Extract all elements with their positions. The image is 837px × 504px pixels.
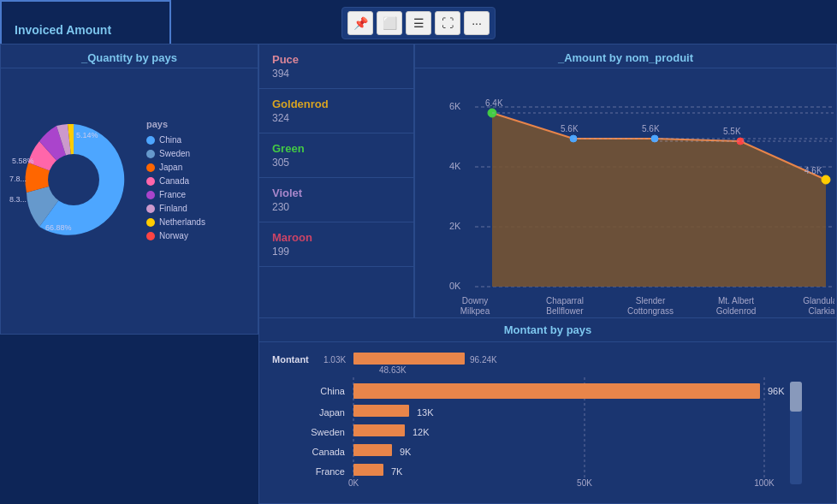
svg-text:4.6K: 4.6K <box>804 166 822 175</box>
legend-dot-netherlands <box>146 218 155 227</box>
pie-label-japan: 7.8... <box>9 175 27 183</box>
legend-france: France <box>146 190 205 199</box>
svg-text:0K: 0K <box>348 478 359 488</box>
svg-text:Montant: Montant <box>272 354 309 365</box>
toolbar: 📌 ⬜ ☰ ⛶ ··· <box>341 7 496 39</box>
svg-text:6K: 6K <box>449 101 461 111</box>
svg-text:France: France <box>316 466 345 477</box>
legend-dot-finland <box>146 205 155 213</box>
svg-text:48.63K: 48.63K <box>379 365 407 375</box>
svg-text:96K: 96K <box>768 386 785 396</box>
color-name-puce: Puce <box>272 53 401 66</box>
pie-label-sweden: 8.3... <box>9 195 27 204</box>
svg-text:Clarkia: Clarkia <box>808 306 834 316</box>
legend-dot-japan <box>146 163 155 172</box>
pie-label-china: 66.88% <box>45 223 72 232</box>
svg-text:Canada: Canada <box>312 447 345 457</box>
color-val-green: 305 <box>272 157 401 169</box>
svg-text:Downy: Downy <box>462 296 489 305</box>
color-item-maroon: Maroon 199 <box>259 222 413 267</box>
color-item-puce: Puce 394 <box>259 44 413 89</box>
legend-label-norway: Norway <box>159 231 188 240</box>
legend-netherlands: Netherlands <box>146 217 205 227</box>
svg-text:2K: 2K <box>449 221 461 231</box>
svg-text:96.24K: 96.24K <box>470 355 497 365</box>
amount-panel: _Amount by nom_produit 6K 4K 2K 0K 6.4K <box>414 44 837 335</box>
color-list-panel[interactable]: Puce 394 Goldenrod 324 Green 305 Violet … <box>258 44 414 335</box>
filter-button[interactable]: ☰ <box>406 11 431 35</box>
svg-rect-45 <box>353 405 409 417</box>
color-name-green: Green <box>272 142 401 155</box>
svg-text:Bellflower: Bellflower <box>546 306 584 316</box>
montant-title: Montant by pays <box>259 318 836 342</box>
svg-text:China: China <box>320 386 346 396</box>
svg-text:12K: 12K <box>413 427 430 437</box>
montant-chart: Montant 1.03K 96.24K 48.63K China 96K Ja… <box>259 342 836 492</box>
color-name-goldenrod: Goldenrod <box>272 98 401 110</box>
svg-rect-51 <box>353 444 392 456</box>
svg-text:5.6K: 5.6K <box>642 124 660 133</box>
color-val-goldenrod: 324 <box>272 112 401 124</box>
svg-text:Sweden: Sweden <box>311 427 345 437</box>
svg-text:Goldenrod: Goldenrod <box>716 306 757 316</box>
legend-label-france: France <box>159 190 186 199</box>
svg-text:Mt. Albert: Mt. Albert <box>718 296 754 305</box>
svg-text:Japan: Japan <box>319 407 345 418</box>
svg-text:Milkpea: Milkpea <box>460 306 490 316</box>
legend-norway: Norway <box>146 231 205 240</box>
svg-text:13K: 13K <box>417 407 434 418</box>
pie-area: 5.14% 5.58% 7.8... 8.3... 66.88% pays Ch… <box>1 68 258 291</box>
svg-text:0K: 0K <box>449 281 461 291</box>
color-val-maroon: 199 <box>272 246 401 258</box>
svg-text:Cottongrass: Cottongrass <box>627 306 674 316</box>
legend-title: pays <box>146 119 205 129</box>
svg-text:5.6K: 5.6K <box>561 124 579 133</box>
svg-text:4K: 4K <box>449 161 461 171</box>
legend-dot-sweden <box>146 150 155 158</box>
pie-label-france: 5.14% <box>76 131 98 139</box>
quantity-title: _Quantity by pays <box>1 44 258 68</box>
svg-text:9K: 9K <box>400 447 412 457</box>
color-name-maroon: Maroon <box>272 231 401 244</box>
svg-rect-35 <box>353 353 465 365</box>
pin-button[interactable]: 📌 <box>347 11 373 35</box>
focus-button[interactable]: ⛶ <box>435 11 460 35</box>
color-item-goldenrod: Goldenrod 324 <box>259 89 413 133</box>
svg-text:Slender: Slender <box>636 296 666 305</box>
color-val-violet: 230 <box>272 201 401 213</box>
color-item-violet: Violet 230 <box>259 178 413 222</box>
legend-dot-canada <box>146 177 155 186</box>
legend-finland: Finland <box>146 204 205 213</box>
svg-text:50K: 50K <box>577 478 592 488</box>
legend-label-sweden: Sweden <box>159 149 190 158</box>
legend-dot-china <box>146 136 155 145</box>
color-val-puce: 394 <box>272 68 401 80</box>
legend-sweden: Sweden <box>146 149 205 158</box>
svg-rect-48 <box>353 424 405 436</box>
area-chart: 6K 4K 2K 0K 6.4K 5.6K 5.6 <box>415 68 836 317</box>
svg-text:Chaparral: Chaparral <box>546 296 584 305</box>
amount-title: _Amount by nom_produit <box>415 44 836 68</box>
legend-dot-norway <box>146 232 155 240</box>
svg-rect-42 <box>353 383 760 399</box>
legend-dot-france <box>146 191 155 199</box>
legend-japan: Japan <box>146 163 205 172</box>
pie-legend: pays China Sweden Japan Canada France <box>146 119 205 240</box>
legend-label-netherlands: Netherlands <box>159 217 205 227</box>
svg-text:5.5K: 5.5K <box>723 127 741 136</box>
color-name-violet: Violet <box>272 187 401 199</box>
pie-label-canada: 5.58% <box>12 157 34 165</box>
svg-point-21 <box>822 175 830 184</box>
svg-rect-54 <box>353 464 383 476</box>
more-button[interactable]: ··· <box>464 11 490 35</box>
quantity-panel: _Quantity by pays <box>0 44 258 335</box>
svg-text:100K: 100K <box>754 478 775 488</box>
legend-china: China <box>146 135 205 145</box>
svg-text:7K: 7K <box>391 466 403 477</box>
svg-point-0 <box>48 154 99 205</box>
svg-text:1.03K: 1.03K <box>324 355 346 365</box>
legend-label-china: China <box>159 135 181 145</box>
legend-label-finland: Finland <box>159 204 187 213</box>
copy-button[interactable]: ⬜ <box>377 11 402 35</box>
svg-text:Glandular: Glandular <box>803 296 834 305</box>
